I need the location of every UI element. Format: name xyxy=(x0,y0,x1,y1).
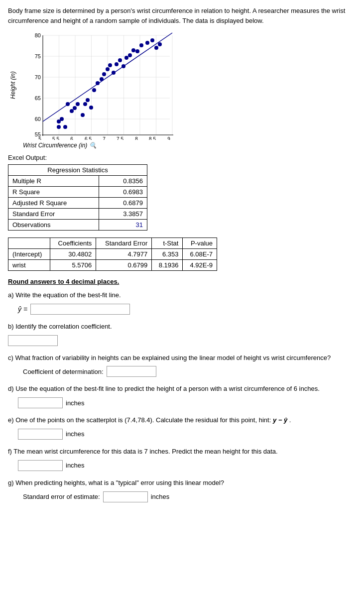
question-g-input[interactable] xyxy=(103,491,148,502)
intercept-label: (Intercept) xyxy=(8,249,50,260)
regression-statistics-table: Regression Statistics Multiple R 0.8356 … xyxy=(8,164,147,231)
svg-point-35 xyxy=(60,117,64,121)
question-e-input[interactable] xyxy=(18,429,63,440)
question-g-text: g) When predicting heights, what is a "t… xyxy=(8,478,356,488)
adj-r-square-label: Adjusted R Square xyxy=(8,198,99,209)
svg-point-57 xyxy=(131,48,135,52)
chart-svg: 80 75 70 65 60 55 5 5.5 6 6.5 7 7.5 8 8.… xyxy=(28,30,177,140)
intercept-se: 4.7977 xyxy=(96,249,152,260)
excel-output-label: Excel Output: xyxy=(8,154,356,161)
magnify-icon[interactable]: 🔍 xyxy=(89,142,97,149)
question-f-suffix: inches xyxy=(66,462,85,469)
svg-point-48 xyxy=(102,72,106,76)
std-error-value: 3.3857 xyxy=(99,209,147,220)
svg-point-39 xyxy=(73,106,77,110)
svg-text:5.5: 5.5 xyxy=(52,136,59,140)
svg-text:60: 60 xyxy=(35,116,41,122)
question-g-suffix: inches xyxy=(151,493,170,500)
intro-text: Body frame size is determined by a perso… xyxy=(8,6,356,25)
question-e: e) One of the points on the scatterplot … xyxy=(8,415,356,440)
svg-point-40 xyxy=(76,102,80,106)
question-f-text: f) The mean wrist circumference for this… xyxy=(8,447,356,457)
svg-text:8.5: 8.5 xyxy=(149,136,156,140)
question-g-input-row: Standard error of estimate: inches xyxy=(23,491,356,502)
svg-point-37 xyxy=(66,102,70,106)
svg-point-63 xyxy=(158,42,162,46)
svg-point-49 xyxy=(106,67,110,71)
question-b-input-inline xyxy=(8,337,58,344)
svg-point-36 xyxy=(63,125,67,129)
coef-header-tstat: t-Stat xyxy=(152,238,183,249)
question-c-text: c) What fraction of variability in heigh… xyxy=(8,353,356,363)
coef-header-pvalue: P-value xyxy=(183,238,217,249)
y-axis-label: Height (in) xyxy=(9,71,16,99)
svg-point-62 xyxy=(154,46,158,50)
regression-table-header: Regression Statistics xyxy=(8,165,147,176)
multiple-r-value: 0.8356 xyxy=(99,176,147,187)
svg-text:65: 65 xyxy=(35,95,41,101)
svg-point-55 xyxy=(124,56,128,60)
question-e-hint-math: y − ŷ xyxy=(273,416,287,424)
question-c-input-row: Coefficient of determination: xyxy=(23,366,356,377)
question-f-input[interactable] xyxy=(18,460,63,471)
svg-point-61 xyxy=(150,38,154,42)
svg-text:75: 75 xyxy=(35,53,41,59)
coef-header-stderr: Standard Error xyxy=(96,238,152,249)
svg-point-44 xyxy=(89,106,93,110)
wrist-t: 8.1936 xyxy=(152,260,183,271)
svg-text:80: 80 xyxy=(35,32,41,38)
question-b-input[interactable] xyxy=(8,335,58,346)
svg-text:7.5: 7.5 xyxy=(117,136,123,140)
svg-point-60 xyxy=(145,41,149,45)
question-b-text: b) Identify the correlation coefficient. xyxy=(8,322,356,332)
wrist-coef: 5.5706 xyxy=(50,260,96,271)
intercept-coef: 30.4802 xyxy=(50,249,96,260)
svg-text:6: 6 xyxy=(70,136,73,140)
wrist-se: 0.6799 xyxy=(96,260,152,271)
question-a: a) Write the equation of the best-fit li… xyxy=(8,290,356,315)
svg-point-56 xyxy=(128,53,132,57)
svg-text:5: 5 xyxy=(38,136,41,140)
question-c-input[interactable] xyxy=(107,366,156,377)
question-d-input-row: inches xyxy=(18,397,356,408)
svg-point-54 xyxy=(121,64,125,68)
svg-point-33 xyxy=(57,125,61,129)
svg-text:6.5: 6.5 xyxy=(85,136,92,140)
r-square-label: R Square xyxy=(8,187,99,198)
question-g-sub-label: Standard error of estimate: xyxy=(23,493,100,500)
wrist-label: wrist xyxy=(8,260,50,271)
question-d-input[interactable] xyxy=(18,397,63,408)
x-axis-label: Wrist Circumference (in) xyxy=(23,142,87,149)
round-note: Round answers to 4 decimal places. xyxy=(8,278,356,285)
adj-r-square-value: 0.6879 xyxy=(99,198,147,209)
question-c: c) What fraction of variability in heigh… xyxy=(8,353,356,377)
svg-point-46 xyxy=(96,81,100,85)
svg-point-38 xyxy=(70,109,74,113)
intercept-t: 6.353 xyxy=(152,249,183,260)
svg-point-47 xyxy=(100,77,104,81)
question-a-input[interactable] xyxy=(30,304,130,315)
multiple-r-label: Multiple R xyxy=(8,176,99,187)
intercept-p: 6.08E-7 xyxy=(183,249,217,260)
question-c-sub-label: Coefficient of determination: xyxy=(23,368,104,375)
svg-point-42 xyxy=(83,102,87,106)
coefficients-table: Coefficients Standard Error t-Stat P-val… xyxy=(8,238,217,271)
svg-text:8: 8 xyxy=(135,136,138,140)
observations-value: 31 xyxy=(99,220,147,231)
question-e-suffix: inches xyxy=(66,430,85,438)
std-error-label: Standard Error xyxy=(8,209,99,220)
question-d-suffix: inches xyxy=(66,399,85,407)
question-d: d) Use the equation of the best-fit line… xyxy=(8,384,356,408)
svg-point-53 xyxy=(118,58,122,62)
question-e-text: e) One of the points on the scatterplot … xyxy=(8,415,356,426)
svg-point-45 xyxy=(92,88,96,92)
svg-point-58 xyxy=(135,49,139,53)
svg-text:7: 7 xyxy=(103,136,106,140)
svg-point-43 xyxy=(86,98,90,102)
svg-point-50 xyxy=(108,63,112,67)
x-axis-label-row: Wrist Circumference (in) 🔍 xyxy=(23,142,356,149)
svg-point-41 xyxy=(81,113,85,117)
r-square-value: 0.6983 xyxy=(99,187,147,198)
y-hat-symbol: ŷ = xyxy=(18,305,27,313)
question-d-text: d) Use the equation of the best-fit line… xyxy=(8,384,356,394)
